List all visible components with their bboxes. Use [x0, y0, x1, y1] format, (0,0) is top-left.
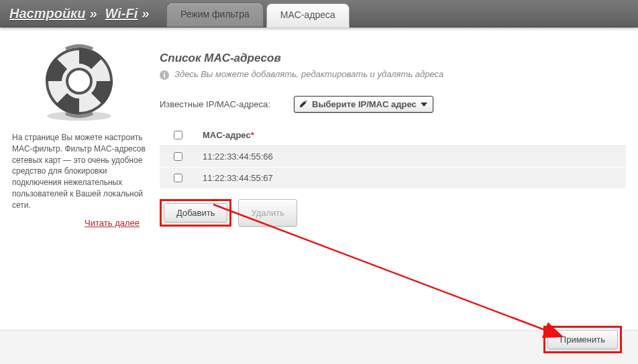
- table-row[interactable]: 11:22:33:44:55:66: [160, 146, 626, 168]
- lifebuoy-icon: [36, 42, 123, 123]
- breadcrumb-sep-1: »: [89, 0, 97, 27]
- page-header: Настройки » Wi-Fi » Режим фильтра MAC-ад…: [0, 0, 638, 27]
- row-checkbox[interactable]: [174, 174, 182, 182]
- tab-filter-mode[interactable]: Режим фильтра: [166, 3, 264, 27]
- known-addresses-label: Известные IP/MAC-адреса:: [160, 99, 294, 109]
- table-row[interactable]: 11:22:33:44:55:67: [160, 168, 626, 189]
- footer-bar: [0, 330, 638, 364]
- annotation-highlight-add: Добавить: [160, 199, 231, 227]
- svg-point-4: [68, 70, 90, 92]
- mac-column-header: MAC-адрес*: [196, 125, 626, 146]
- hint-text: Здесь Вы можете добавлять, редактировать…: [174, 69, 443, 79]
- page-title: Список MAC-адресов: [160, 52, 626, 65]
- mac-table: MAC-адрес* 11:22:33:44:55:66 11:22:33:44…: [160, 125, 626, 188]
- hint-row: i Здесь Вы можете добавлять, редактирова…: [160, 69, 626, 80]
- tab-bar: Режим фильтра MAC-адреса: [166, 3, 350, 27]
- select-all-checkbox[interactable]: [174, 131, 182, 139]
- sidebar-description: На странице Вы можете настроить MAC-филь…: [12, 132, 146, 211]
- read-more-link[interactable]: Читать далее: [12, 218, 146, 228]
- chevron-down-icon: [421, 103, 427, 107]
- mac-cell: 11:22:33:44:55:67: [196, 168, 626, 189]
- delete-button[interactable]: Удалить: [238, 199, 297, 227]
- sidebar: На странице Вы можете настроить MAC-филь…: [12, 42, 146, 331]
- add-button[interactable]: Добавить: [164, 203, 227, 223]
- info-icon: i: [160, 70, 169, 80]
- mac-cell: 11:22:33:44:55:66: [196, 146, 626, 168]
- tab-mac-addresses[interactable]: MAC-адреса: [266, 3, 350, 27]
- breadcrumb-section[interactable]: Wi-Fi: [105, 0, 138, 27]
- ip-mac-select[interactable]: Выберите IP/MAC адрес: [294, 96, 433, 113]
- row-checkbox[interactable]: [174, 152, 182, 161]
- ip-mac-select-label: Выберите IP/MAC адрес: [312, 99, 417, 109]
- main-content: Список MAC-адресов i Здесь Вы можете доб…: [146, 42, 626, 331]
- pencil-icon: [299, 99, 308, 109]
- breadcrumb-root[interactable]: Настройки: [9, 0, 85, 27]
- apply-button[interactable]: Применить: [547, 330, 618, 349]
- breadcrumb-sep-2: »: [142, 0, 149, 27]
- annotation-highlight-apply: Применить: [543, 326, 622, 353]
